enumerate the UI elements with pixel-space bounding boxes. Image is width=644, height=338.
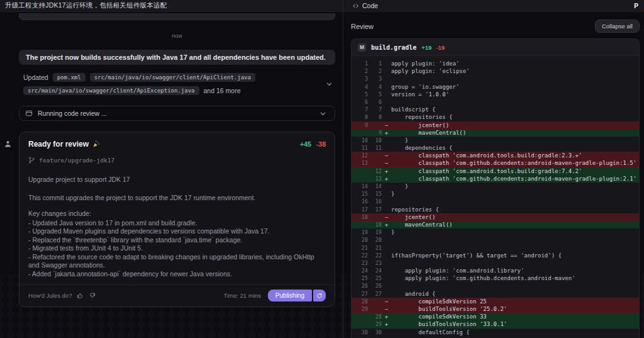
key-changes-list: - Updated Java version to 17 in pom.xml … (28, 219, 326, 279)
file-name: build.gradle (371, 44, 416, 51)
additions-count: +45 (300, 140, 311, 148)
diff-line: 29— buildToolsVersion '25.0.2' (352, 305, 639, 313)
more-files-label: and 16 more (204, 87, 241, 94)
thumbs-up-icon[interactable] (77, 292, 84, 299)
diff-line: 9— jcenter() (352, 121, 639, 129)
elapsed-time: Time: 21 mins (224, 292, 261, 299)
diff-line: 3030 defaultConfig { (352, 329, 639, 336)
updated-files-list: Updated pom.xml src/main/java/io/swagger… (19, 73, 323, 95)
diff-line: 1717repositories { (352, 206, 639, 213)
file-deletions: -19 (436, 44, 445, 51)
chat-scroll-area: now The project now builds successfully … (0, 12, 343, 338)
diff-stats: +45 -38 (300, 140, 326, 148)
diff-line: 29+ buildToolsVersion '33.0.1' (352, 320, 639, 328)
diff-line: 22apply plugin: 'eclipse' (352, 67, 639, 75)
diff-line: 2525 apply plugin: 'com.github.dcendents… (352, 274, 639, 282)
review-card-footer: How'd Jules do? Time: 21 mins Publishing (19, 284, 335, 307)
publish-split-button: Publishing (268, 290, 326, 301)
thumbs-down-icon[interactable] (89, 292, 96, 299)
diff-line: 12— classpath 'com.android.tools.build:g… (352, 152, 639, 159)
diff-line: 2222if(hasProperty('target') && target =… (352, 252, 639, 259)
feedback-row: How'd Jules do? (28, 292, 96, 299)
left-topbar: 升级工程支持JDK17运行环境，包括相关组件版本适配 (0, 0, 343, 12)
commit-message-body: Upgrade project to support JDK 17 This c… (28, 176, 326, 278)
chevron-down-icon[interactable] (323, 81, 335, 87)
code-icon (352, 3, 359, 9)
branch-name: feature/upgrade-jdk17 (39, 157, 114, 164)
change-item: - Refactored the source code to adapt to… (28, 253, 326, 270)
diff-line: 28— compileSdkVersion 25 (352, 298, 639, 305)
diff-line: 2020 (352, 236, 639, 244)
party-popper-icon (92, 140, 100, 148)
diff-line: 1414 } (352, 183, 639, 190)
change-item: - Added `jakarta.annotation-api` depende… (28, 270, 326, 279)
ready-for-review-title: Ready for review (28, 140, 89, 149)
commit-intro: This commit upgrades the project to supp… (28, 194, 326, 203)
diff-body: 11apply plugin: 'idea'22apply plugin: 'e… (352, 56, 639, 338)
file-chip[interactable]: src/main/java/io/swagger/client/ApiClien… (90, 73, 255, 82)
file-chip[interactable]: src/main/java/io/swagger/client/ApiExcep… (23, 86, 199, 95)
change-item: - Upgraded Maven plugins and dependencie… (28, 227, 326, 236)
file-header[interactable]: M build.gradle +19 -19 (352, 39, 639, 56)
diff-line: 1010 } (352, 137, 639, 144)
diff-line: 28+ compileSdkVersion 33 (352, 313, 639, 320)
status-message: The project now builds successfully with… (26, 54, 326, 61)
refresh-icon[interactable] (313, 290, 326, 301)
review-header: Review Collapse all (343, 12, 644, 38)
diff-line: 44group = 'io.swagger' (352, 83, 639, 91)
change-item: - Migrated tests from JUnit 4 to JUnit 5… (28, 244, 326, 253)
diff-line: 88 repositories { (352, 113, 639, 121)
file-additions: +19 (421, 44, 431, 51)
deletions-count: -38 (316, 140, 326, 148)
diff-line: 2727 android { (352, 290, 639, 298)
publish-button-clipped[interactable]: P (633, 1, 639, 11)
diff-line: 66 (352, 98, 639, 106)
diff-line: 1515} (352, 190, 639, 198)
diff-line: 11apply plugin: 'idea' (352, 60, 639, 67)
updated-files-section: Updated pom.xml src/main/java/io/swagger… (19, 73, 335, 95)
diff-line: 12+ classpath 'com.android.tools.build:g… (352, 167, 639, 175)
tab-code[interactable]: Code (352, 2, 378, 9)
chat-panel: 升级工程支持JDK17运行环境，包括相关组件版本适配 now The proje… (0, 0, 343, 338)
diff-line: 2323 (352, 259, 639, 267)
updated-label: Updated (23, 74, 48, 81)
collapsed-message-edge (19, 13, 335, 20)
change-item: - Replaced the `threetenbp` library with… (28, 236, 326, 245)
diff-line: 18+ mavenCentral() (352, 221, 639, 228)
app-root: 升级工程支持JDK17运行环境，包括相关组件版本适配 now The proje… (0, 0, 644, 338)
diff-line: 1919} (352, 228, 639, 236)
chevron-down-icon[interactable] (316, 110, 329, 117)
ready-for-review-card: Ready for review +45 -38 feature/upgrade… (19, 132, 335, 307)
diff-line: 2121 (352, 244, 639, 252)
running-review-label: Running code review ... (38, 110, 311, 117)
branch-row: feature/upgrade-jdk17 (28, 157, 326, 164)
diff-line: 55version = '1.0.0' (352, 91, 639, 98)
right-topbar: Code P (343, 0, 644, 12)
running-code-review-row[interactable]: Running code review ... (19, 106, 335, 121)
agent-avatar-icon (4, 140, 12, 148)
diff-line: 18— jcenter() (352, 213, 639, 221)
diff-line: 1616 (352, 198, 639, 205)
timestamp: now (19, 33, 335, 39)
feedback-label: How'd Jules do? (28, 292, 72, 299)
code-review-icon (25, 110, 33, 117)
diff-panel: M build.gradle +19 -19 11apply plugin: '… (351, 38, 640, 338)
diff-line: 13— classpath 'com.github.dcendents:andr… (352, 159, 639, 167)
key-changes-label: Key changes include: (28, 210, 326, 218)
review-card-header: Ready for review +45 -38 (28, 140, 326, 149)
diff-line: 2626 (352, 282, 639, 290)
file-status-badge: M (358, 43, 366, 52)
review-title: Review (351, 23, 374, 30)
task-title: 升级工程支持JDK17运行环境，包括相关组件版本适配 (5, 1, 167, 10)
status-message-card: The project now builds successfully with… (19, 50, 335, 65)
diff-line: 2424 apply plugin: 'com.android.library' (352, 267, 639, 274)
diff-line: 13+ classpath 'com.github.dcendents:andr… (352, 175, 639, 183)
diff-line: 9+ mavenCentral() (352, 129, 639, 137)
diff-line: 77buildscript { (352, 106, 639, 113)
code-tab-label: Code (362, 2, 378, 9)
collapse-all-button[interactable]: Collapse all (595, 20, 640, 33)
diff-line: 33 (352, 75, 639, 82)
publishing-button[interactable]: Publishing (268, 290, 312, 301)
code-review-panel: Code P Review Collapse all M build.gradl… (343, 0, 644, 338)
file-chip[interactable]: pom.xml (53, 73, 86, 82)
